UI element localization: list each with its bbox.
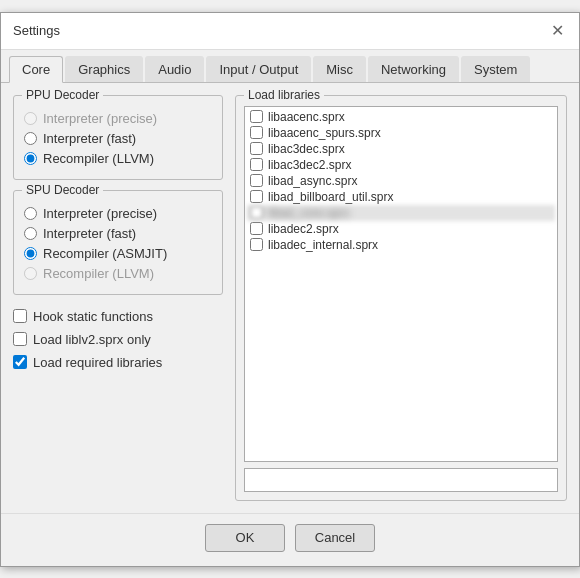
spu-interpreter-precise-option: Interpreter (precise) [24, 206, 212, 221]
load-liblv2-option: Load liblv2.sprx only [13, 332, 223, 347]
ppu-interpreter-fast-option: Interpreter (fast) [24, 131, 212, 146]
lib-libaacenc-spurs-label: libaacenc_spurs.sprx [268, 126, 381, 140]
library-search-input[interactable] [244, 468, 558, 492]
settings-window: Settings ✕ Core Graphics Audio Input / O… [0, 12, 580, 567]
tab-networking[interactable]: Networking [368, 56, 459, 82]
spu-interpreter-precise-radio[interactable] [24, 207, 37, 220]
ppu-recompiler-llvm-option: Recompiler (LLVM) [24, 151, 212, 166]
lib-libad-core-label: libad_core.sprx [268, 206, 349, 220]
list-item: libadec_internal.sprx [247, 237, 555, 253]
bottom-buttons: OK Cancel [1, 513, 579, 566]
cancel-button[interactable]: Cancel [295, 524, 375, 552]
lib-libad-core-checkbox[interactable] [250, 206, 263, 219]
lib-libad-async-label: libad_async.sprx [268, 174, 357, 188]
spu-recompiler-asmjit-option: Recompiler (ASMJIT) [24, 246, 212, 261]
load-required-checkbox[interactable] [13, 355, 27, 369]
ppu-recompiler-llvm-radio[interactable] [24, 152, 37, 165]
ppu-interpreter-fast-label: Interpreter (fast) [43, 131, 136, 146]
spu-recompiler-llvm-radio[interactable] [24, 267, 37, 280]
load-required-option: Load required libraries [13, 355, 223, 370]
load-required-label: Load required libraries [33, 355, 162, 370]
ppu-decoder-legend: PPU Decoder [22, 88, 103, 102]
close-button[interactable]: ✕ [547, 21, 567, 41]
lib-libad-billboard-checkbox[interactable] [250, 190, 263, 203]
list-item: libac3dec2.sprx [247, 157, 555, 173]
library-list[interactable]: libaacenc.sprx libaacenc_spurs.sprx liba… [244, 106, 558, 462]
lib-libaacenc-label: libaacenc.sprx [268, 110, 345, 124]
tab-misc[interactable]: Misc [313, 56, 366, 82]
window-title: Settings [13, 23, 60, 38]
lib-libadec2-checkbox[interactable] [250, 222, 263, 235]
tab-system[interactable]: System [461, 56, 530, 82]
spu-interpreter-fast-label: Interpreter (fast) [43, 226, 136, 241]
title-bar: Settings ✕ [1, 13, 579, 50]
lib-libac3dec-label: libac3dec.sprx [268, 142, 345, 156]
spu-recompiler-llvm-option: Recompiler (LLVM) [24, 266, 212, 281]
load-libraries-group: Load libraries libaacenc.sprx libaacenc_… [235, 95, 567, 501]
tab-bar: Core Graphics Audio Input / Output Misc … [1, 50, 579, 83]
tab-graphics[interactable]: Graphics [65, 56, 143, 82]
ppu-recompiler-llvm-label: Recompiler (LLVM) [43, 151, 154, 166]
main-content: PPU Decoder Interpreter (precise) Interp… [1, 83, 579, 513]
left-panel: PPU Decoder Interpreter (precise) Interp… [13, 95, 223, 501]
list-item: libac3dec.sprx [247, 141, 555, 157]
spu-interpreter-precise-label: Interpreter (precise) [43, 206, 157, 221]
list-item: libaacenc_spurs.sprx [247, 125, 555, 141]
ppu-interpreter-precise-radio[interactable] [24, 112, 37, 125]
list-item: libad_async.sprx [247, 173, 555, 189]
lib-libadec-internal-label: libadec_internal.sprx [268, 238, 378, 252]
spu-decoder-group: SPU Decoder Interpreter (precise) Interp… [13, 190, 223, 295]
spu-interpreter-fast-radio[interactable] [24, 227, 37, 240]
load-liblv2-checkbox[interactable] [13, 332, 27, 346]
lib-libac3dec-checkbox[interactable] [250, 142, 263, 155]
right-panel: Load libraries libaacenc.sprx libaacenc_… [235, 95, 567, 501]
lib-libad-async-checkbox[interactable] [250, 174, 263, 187]
tab-core[interactable]: Core [9, 56, 63, 83]
hook-static-option: Hook static functions [13, 309, 223, 324]
spu-decoder-legend: SPU Decoder [22, 183, 103, 197]
hook-static-checkbox[interactable] [13, 309, 27, 323]
ppu-interpreter-precise-option: Interpreter (precise) [24, 111, 212, 126]
spu-recompiler-asmjit-label: Recompiler (ASMJIT) [43, 246, 167, 261]
load-libraries-legend: Load libraries [244, 88, 324, 102]
tab-input-output[interactable]: Input / Output [206, 56, 311, 82]
lib-libac3dec2-checkbox[interactable] [250, 158, 263, 171]
lib-libadec-internal-checkbox[interactable] [250, 238, 263, 251]
ppu-interpreter-fast-radio[interactable] [24, 132, 37, 145]
list-item-blurred: libad_core.sprx [247, 205, 555, 221]
lib-libaacenc-spurs-checkbox[interactable] [250, 126, 263, 139]
lib-libad-billboard-label: libad_billboard_util.sprx [268, 190, 393, 204]
ppu-decoder-group: PPU Decoder Interpreter (precise) Interp… [13, 95, 223, 180]
list-item: libaacenc.sprx [247, 109, 555, 125]
list-item: libad_billboard_util.sprx [247, 189, 555, 205]
load-liblv2-label: Load liblv2.sprx only [33, 332, 151, 347]
ok-button[interactable]: OK [205, 524, 285, 552]
spu-interpreter-fast-option: Interpreter (fast) [24, 226, 212, 241]
spu-recompiler-asmjit-radio[interactable] [24, 247, 37, 260]
lib-libaacenc-checkbox[interactable] [250, 110, 263, 123]
ppu-interpreter-precise-label: Interpreter (precise) [43, 111, 157, 126]
list-item: libadec2.sprx [247, 221, 555, 237]
spu-recompiler-llvm-label: Recompiler (LLVM) [43, 266, 154, 281]
bottom-checkboxes: Hook static functions Load liblv2.sprx o… [13, 309, 223, 370]
tab-audio[interactable]: Audio [145, 56, 204, 82]
lib-libac3dec2-label: libac3dec2.sprx [268, 158, 351, 172]
hook-static-label: Hook static functions [33, 309, 153, 324]
lib-libadec2-label: libadec2.sprx [268, 222, 339, 236]
